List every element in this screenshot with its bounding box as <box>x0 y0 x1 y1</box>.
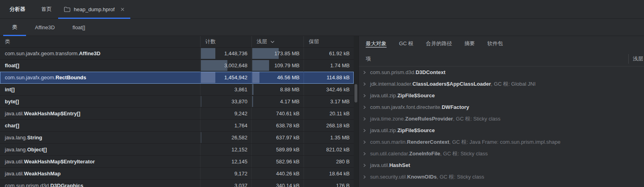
chevron-right-icon[interactable] <box>363 175 370 179</box>
table-row[interactable]: java.lang.Object[]12,152589.89 kB821.02 … <box>0 144 354 156</box>
class-name-cell: com.sun.javafx.geom.transform.Affine3D <box>0 48 200 59</box>
package-prefix: com.sun.prism.d3d. <box>5 183 50 187</box>
class-name-cell: float[] <box>0 60 200 71</box>
tab-merged-paths[interactable]: 合并的路径 <box>426 36 452 51</box>
tab-gc-roots[interactable]: GC 根 <box>399 36 413 51</box>
table-row[interactable]: byte[]33,8704.17 MB3.17 MB <box>0 96 354 108</box>
class-name-cell: byte[] <box>0 96 200 107</box>
retained-value: 114.88 kB <box>326 74 350 80</box>
package-prefix: com.sun.prism.d3d. <box>370 69 415 75</box>
list-item[interactable]: jdk.internal.loader.ClassLoaders$AppClas… <box>359 78 644 90</box>
retained-value: 176 B <box>336 183 350 187</box>
gc-root-suffix: , GC 根: Sticky class <box>453 115 500 123</box>
shallow-bar <box>252 72 259 83</box>
chevron-right-icon[interactable] <box>363 105 370 109</box>
objects-list: com.sun.prism.d3d.D3DContextjdk.internal… <box>359 66 644 187</box>
table-row[interactable]: java.util.WeakHashMap$EntryIterator12,14… <box>0 156 354 168</box>
list-item[interactable]: java.time.zone.ZoneRulesProvider, GC 根: … <box>359 113 644 125</box>
shallow-cell: 637.97 kB <box>251 132 304 143</box>
class-name: KnownOIDs <box>407 174 437 180</box>
retained-value: 821.02 kB <box>326 147 350 153</box>
table-row[interactable]: com.sun.javafx.geom.transform.Affine3D1,… <box>0 48 354 60</box>
chevron-right-icon[interactable] <box>363 94 370 98</box>
profiler-tool-title[interactable]: 分析器 <box>0 0 35 18</box>
package-prefix: java.util.zip. <box>370 127 397 133</box>
tab-biggest-objects[interactable]: 最大对象 <box>366 36 387 51</box>
count-cell: 12,145 <box>200 156 251 167</box>
column-header-shallow[interactable]: 浅层 <box>251 36 304 47</box>
column-header-class[interactable]: 类 <box>0 36 200 47</box>
class-name: D3DGraphics <box>50 183 83 187</box>
tab-home[interactable]: 首页 <box>35 0 58 18</box>
package-prefix: java.time.zone. <box>370 116 405 122</box>
objects-list-header: 项 浅层 <box>359 51 644 66</box>
tab-affine3d[interactable]: Affine3D <box>26 19 64 36</box>
tab-summary[interactable]: 摘要 <box>464 36 475 51</box>
retained-value: 3.17 MB <box>330 99 350 105</box>
list-item[interactable]: sun.util.calendar.ZoneInfoFile, GC 根: St… <box>359 148 644 159</box>
list-item[interactable]: java.util.HashSet <box>359 159 644 171</box>
folder-icon <box>64 6 71 12</box>
chevron-right-icon[interactable] <box>363 82 370 86</box>
retained-value: 20.11 kB <box>330 111 350 117</box>
shallow-bar <box>252 60 269 71</box>
retained-value: 1.35 MB <box>330 135 350 141</box>
tab-float-array[interactable]: float[] <box>64 19 94 36</box>
vertical-scrollbar-thumb[interactable] <box>354 84 357 103</box>
class-name-cell: int[] <box>0 84 200 95</box>
retained-cell: 342.46 kB <box>304 84 354 95</box>
shallow-value: 582.96 kB <box>276 159 300 165</box>
shallow-bar <box>252 96 253 107</box>
tab-classes[interactable]: 类 <box>3 19 26 36</box>
gc-root-suffix: , GC 根: Java Frame: com.sun.prism.impl.s… <box>449 139 560 146</box>
package-prefix: com.sun.javafx.font.directwrite. <box>370 104 441 110</box>
list-item[interactable]: com.sun.javafx.font.directwrite.DWFactor… <box>359 101 644 113</box>
class-table-header: 类 计数 浅层 保留 <box>0 36 354 48</box>
table-row[interactable]: com.sun.javafx.geom.RectBounds1,454,9424… <box>0 72 354 84</box>
count-cell: 3,861 <box>200 84 251 95</box>
chevron-right-icon[interactable] <box>363 117 370 121</box>
chevron-right-icon[interactable] <box>363 163 370 167</box>
list-item[interactable]: com.sun.prism.d3d.D3DContext <box>359 66 644 78</box>
table-row[interactable]: char[]1,764638.78 kB268.18 kB <box>0 120 354 132</box>
tab-heap-dump-file[interactable]: heap_dump.hprof <box>58 0 130 18</box>
table-row[interactable]: java.lang.String26,582637.97 kB1.35 MB <box>0 132 354 144</box>
tab-packages[interactable]: 软件包 <box>487 36 503 51</box>
column-header-shallow-right[interactable]: 浅层 <box>628 54 643 64</box>
class-name: WeakHashMap$EntryIterator <box>24 159 95 165</box>
class-name: DWFactory <box>441 104 469 110</box>
retained-value: 280 B <box>336 159 350 165</box>
table-row[interactable]: java.util.WeakHashMap$Entry[]9,242740.61… <box>0 108 354 120</box>
table-row[interactable]: float[]3,002,648109.79 MB1.74 MB <box>0 60 354 72</box>
class-name: String <box>27 135 43 141</box>
list-item[interactable]: java.util.zip.ZipFile$Source <box>359 90 644 101</box>
chevron-right-icon[interactable] <box>363 129 370 133</box>
class-name: float[] <box>5 62 19 68</box>
shallow-cell: 4.17 MB <box>251 96 304 107</box>
analysis-tab-bar: 最大对象 GC 根 合并的路径 摘要 软件包 <box>359 36 644 51</box>
list-item[interactable]: java.util.zip.ZipFile$Source <box>359 125 644 136</box>
column-header-count[interactable]: 计数 <box>200 36 251 47</box>
biggest-objects-panel: 最大对象 GC 根 合并的路径 摘要 软件包 项 浅层 com.sun.pris… <box>358 36 644 187</box>
gc-root-suffix: , GC 根: Global JNI <box>491 80 535 88</box>
column-header-item[interactable]: 项 <box>366 55 371 62</box>
class-name: char[] <box>5 123 19 129</box>
chevron-right-icon[interactable] <box>363 70 370 74</box>
close-icon[interactable] <box>120 7 125 12</box>
table-row[interactable]: com.sun.prism.d3d.D3DGraphics3,037340.14… <box>0 180 354 187</box>
list-item[interactable]: com.sun.marlin.RendererContext, GC 根: Ja… <box>359 136 644 148</box>
list-item[interactable]: sun.security.util.KnownOIDs, GC 根: Stick… <box>359 171 644 183</box>
heap-view-tab-bar: 类 Affine3D float[] <box>0 19 644 36</box>
chevron-right-icon[interactable] <box>363 140 370 144</box>
table-row[interactable]: int[]3,8618.88 MB342.46 kB <box>0 84 354 96</box>
table-row[interactable]: java.util.WeakHashMap9,172440.26 kB18.64… <box>0 168 354 180</box>
count-value: 26,582 <box>231 135 247 141</box>
class-name-cell: com.sun.javafx.geom.RectBounds <box>0 72 200 83</box>
chevron-right-icon[interactable] <box>363 152 370 156</box>
package-prefix: java.lang. <box>5 147 27 153</box>
shallow-value: 740.61 kB <box>276 111 300 117</box>
class-name-cell: java.lang.Object[] <box>0 144 200 155</box>
count-value: 9,172 <box>234 171 247 177</box>
column-header-retained[interactable]: 保留 <box>304 36 354 47</box>
count-value: 3,861 <box>234 86 247 92</box>
